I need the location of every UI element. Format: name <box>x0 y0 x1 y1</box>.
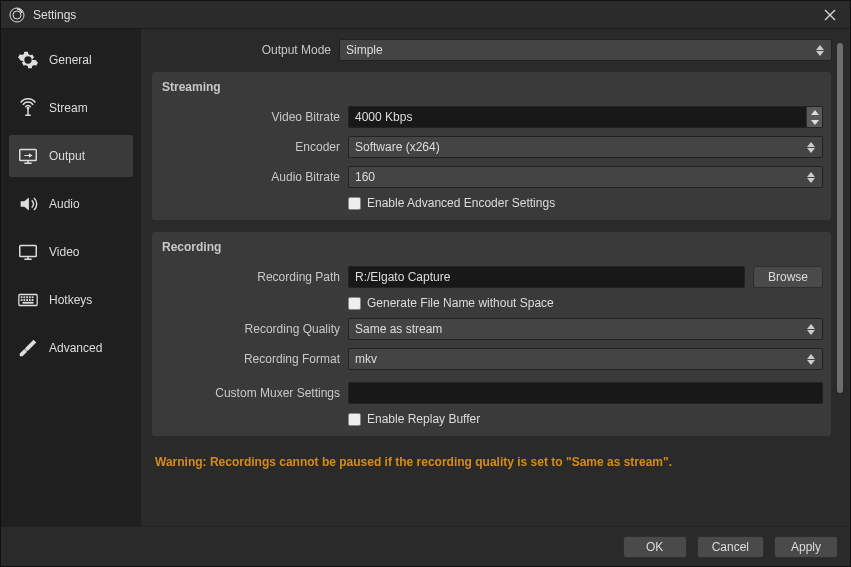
updown-icon <box>813 40 827 60</box>
updown-icon <box>804 137 818 157</box>
speaker-icon <box>17 193 39 215</box>
svg-point-1 <box>13 11 21 19</box>
svg-point-0 <box>10 8 24 22</box>
cancel-button[interactable]: Cancel <box>697 536 764 558</box>
sidebar-item-audio[interactable]: Audio <box>9 183 133 225</box>
svg-rect-16 <box>23 302 34 304</box>
titlebar: Settings <box>1 1 850 29</box>
recording-path-label: Recording Path <box>160 270 340 284</box>
svg-rect-10 <box>32 296 34 298</box>
sidebar-label-advanced: Advanced <box>49 341 102 355</box>
sidebar-item-video[interactable]: Video <box>9 231 133 273</box>
sidebar-label-output: Output <box>49 149 85 163</box>
video-bitrate-input[interactable]: 4000 Kbps <box>348 106 823 128</box>
sidebar-label-hotkeys: Hotkeys <box>49 293 92 307</box>
encoder-select[interactable]: Software (x264) <box>348 136 823 158</box>
svg-rect-12 <box>23 299 25 301</box>
recording-quality-label: Recording Quality <box>160 322 340 336</box>
enable-advanced-checkbox[interactable]: Enable Advanced Encoder Settings <box>348 196 555 210</box>
svg-rect-4 <box>20 246 37 257</box>
replay-buffer-checkbox[interactable]: Enable Replay Buffer <box>348 412 480 426</box>
content-pane: Output Mode Simple Streaming Video Bitra… <box>151 39 832 516</box>
sidebar-label-general: General <box>49 53 92 67</box>
svg-rect-8 <box>26 296 28 298</box>
browse-button[interactable]: Browse <box>753 266 823 288</box>
generate-filename-checkbox[interactable]: Generate File Name without Space <box>348 296 554 310</box>
audio-bitrate-select[interactable]: 160 <box>348 166 823 188</box>
replay-buffer-label: Enable Replay Buffer <box>367 412 480 426</box>
recording-quality-select[interactable]: Same as stream <box>348 318 823 340</box>
muxer-input[interactable] <box>348 382 823 404</box>
encoder-value: Software (x264) <box>355 140 440 154</box>
updown-icon <box>804 319 818 339</box>
recording-format-label: Recording Format <box>160 352 340 366</box>
checkbox-box-icon <box>348 297 361 310</box>
sidebar-item-output[interactable]: Output <box>9 135 133 177</box>
streaming-group: Streaming Video Bitrate 4000 Kbps <box>151 71 832 221</box>
svg-rect-9 <box>29 296 31 298</box>
sidebar-label-stream: Stream <box>49 101 88 115</box>
svg-rect-13 <box>26 299 28 301</box>
spin-up-icon[interactable] <box>807 107 822 117</box>
ok-button[interactable]: OK <box>623 536 687 558</box>
sidebar-item-advanced[interactable]: Advanced <box>9 327 133 369</box>
sidebar-label-video: Video <box>49 245 79 259</box>
sidebar-label-audio: Audio <box>49 197 80 211</box>
sidebar: General Stream Output Audio Video Hotkey… <box>1 29 141 526</box>
svg-rect-3 <box>20 150 37 161</box>
streaming-heading: Streaming <box>160 78 823 98</box>
updown-icon <box>804 349 818 369</box>
close-button[interactable] <box>818 3 842 27</box>
audio-bitrate-label: Audio Bitrate <box>160 170 340 184</box>
recording-group: Recording Recording Path R:/Elgato Captu… <box>151 231 832 437</box>
svg-rect-14 <box>29 299 31 301</box>
close-icon <box>824 9 836 21</box>
spin-down-icon[interactable] <box>807 117 822 127</box>
checkbox-box-icon <box>348 197 361 210</box>
window-title: Settings <box>33 8 818 22</box>
content-scrollbar[interactable] <box>836 39 844 516</box>
dialog-footer: OK Cancel Apply <box>1 526 850 566</box>
output-mode-label: Output Mode <box>151 43 331 57</box>
svg-rect-11 <box>21 299 23 301</box>
audio-bitrate-value: 160 <box>355 170 375 184</box>
svg-rect-7 <box>23 296 25 298</box>
video-bitrate-label: Video Bitrate <box>160 110 340 124</box>
display-icon <box>17 241 39 263</box>
generate-filename-label: Generate File Name without Space <box>367 296 554 310</box>
keyboard-icon <box>17 289 39 311</box>
apply-button[interactable]: Apply <box>774 536 838 558</box>
svg-rect-6 <box>21 296 23 298</box>
recording-format-select[interactable]: mkv <box>348 348 823 370</box>
svg-rect-15 <box>32 299 34 301</box>
sidebar-item-general[interactable]: General <box>9 39 133 81</box>
sidebar-item-hotkeys[interactable]: Hotkeys <box>9 279 133 321</box>
output-mode-row: Output Mode Simple <box>151 39 832 61</box>
sidebar-item-stream[interactable]: Stream <box>9 87 133 129</box>
warning-text: Warning: Recordings cannot be paused if … <box>151 447 832 473</box>
muxer-label: Custom Muxer Settings <box>160 386 340 400</box>
encoder-label: Encoder <box>160 140 340 154</box>
output-mode-value: Simple <box>346 43 383 57</box>
scrollbar-thumb[interactable] <box>837 43 843 393</box>
gear-icon <box>17 49 39 71</box>
monitor-out-icon <box>17 145 39 167</box>
recording-path-value: R:/Elgato Capture <box>355 270 450 284</box>
checkbox-box-icon <box>348 413 361 426</box>
recording-format-value: mkv <box>355 352 377 366</box>
antenna-icon <box>17 97 39 119</box>
output-mode-select[interactable]: Simple <box>339 39 832 61</box>
video-bitrate-value: 4000 Kbps <box>355 110 412 124</box>
tools-icon <box>17 337 39 359</box>
recording-quality-value: Same as stream <box>355 322 442 336</box>
obs-app-icon <box>9 7 25 23</box>
updown-icon <box>804 167 818 187</box>
recording-heading: Recording <box>160 238 823 258</box>
enable-advanced-label: Enable Advanced Encoder Settings <box>367 196 555 210</box>
recording-path-input[interactable]: R:/Elgato Capture <box>348 266 745 288</box>
